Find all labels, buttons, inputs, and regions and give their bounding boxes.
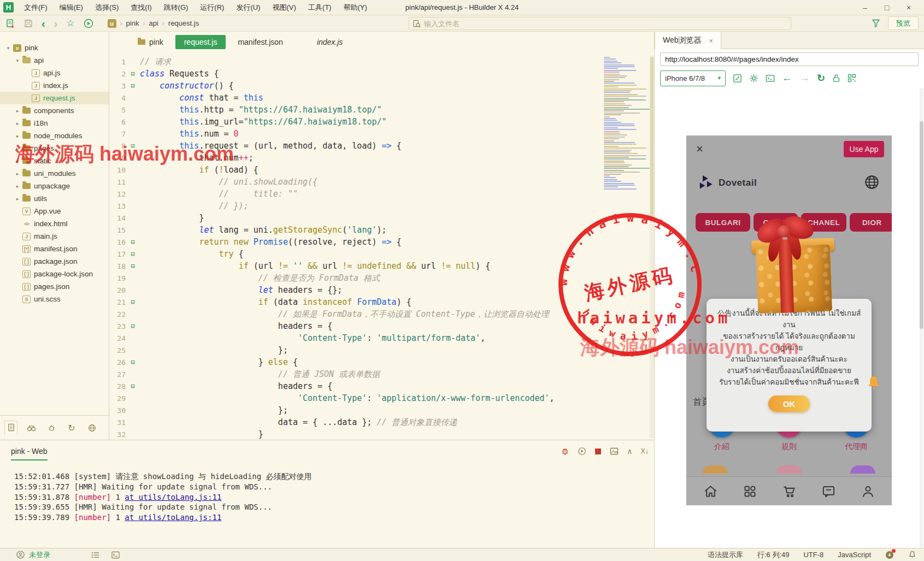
brand-button-bulgari[interactable]: BULGARI: [696, 213, 750, 232]
outline-list-icon[interactable]: [91, 551, 99, 559]
code-line[interactable]: 22 // 如果是 FormData，不手动设置 Content-Type，让浏…: [109, 308, 648, 320]
log-source-link[interactable]: at utils/toLang.js:11: [125, 493, 221, 501]
syntax-library-label[interactable]: 语法提示库: [708, 550, 743, 560]
person-icon[interactable]: [861, 484, 875, 499]
code-line[interactable]: 25 };: [109, 344, 648, 356]
code-line[interactable]: 16⊟ return new Promise((resolve, reject)…: [109, 236, 648, 248]
menu-item[interactable]: 编辑(E): [55, 1, 88, 14]
code-line[interactable]: 10 if (!load) {: [109, 164, 648, 176]
breadcrumb-file[interactable]: request.js: [168, 19, 199, 27]
star-icon[interactable]: ☆: [66, 17, 74, 29]
code-line[interactable]: 18⊟ if (url != '' && url != undefined &&…: [109, 260, 648, 272]
minimize-button[interactable]: –: [854, 3, 876, 12]
code-line[interactable]: 23⊟ headers = {: [109, 320, 648, 332]
tree-item[interactable]: ▸components: [0, 104, 109, 117]
back-icon[interactable]: ‹: [42, 19, 45, 28]
back-icon[interactable]: ←: [782, 72, 792, 84]
code-line[interactable]: 29 'Content-Type': 'application/x-www-fo…: [109, 392, 648, 404]
tree-item[interactable]: Jrequest.js: [0, 92, 109, 104]
code-line[interactable]: 32 }: [109, 428, 648, 440]
menu-item[interactable]: 查找(I): [126, 1, 156, 14]
forward-icon[interactable]: ›: [54, 19, 58, 28]
cart-icon[interactable]: [782, 484, 797, 499]
code-line[interactable]: 31 data = { ...data }; // 普通对象直接传递: [109, 416, 648, 428]
resize-window-icon[interactable]: [733, 74, 742, 83]
menu-item[interactable]: 文件(F): [19, 1, 52, 14]
fold-marker-icon[interactable]: ⊟: [126, 238, 140, 246]
screenshot-icon[interactable]: [610, 447, 619, 456]
tree-item[interactable]: [ ]pages.json: [0, 280, 109, 293]
restart-run-icon[interactable]: [578, 447, 586, 456]
refresh-icon[interactable]: ↻: [817, 72, 825, 84]
tab-index-js[interactable]: index.js: [308, 35, 351, 49]
menu-item[interactable]: 视图(V): [267, 1, 301, 14]
update-available-icon[interactable]: [885, 551, 894, 559]
code-line[interactable]: 17⊟ try {: [109, 248, 648, 260]
fold-marker-icon[interactable]: ⊟: [126, 298, 140, 306]
code-line[interactable]: 8⊟ this.request = (url, method, data, lo…: [109, 140, 648, 152]
tree-item[interactable]: VApp.vue: [0, 205, 109, 217]
menu-item[interactable]: 运行(R): [195, 1, 229, 14]
chat-icon[interactable]: [821, 484, 836, 499]
debug-bug-icon[interactable]: [561, 447, 569, 456]
tree-item[interactable]: ▸node_modules: [0, 129, 109, 142]
bell-icon[interactable]: [908, 551, 916, 559]
panel-scrollbar[interactable]: [920, 88, 923, 547]
cursor-position[interactable]: 行:6 列:49: [757, 550, 790, 560]
close-banner-icon[interactable]: ×: [696, 143, 703, 155]
refresh-icon[interactable]: ↻: [65, 421, 78, 435]
preview-button[interactable]: 预览: [888, 16, 919, 30]
tree-item[interactable]: [ ]package.json: [0, 255, 109, 268]
code-line[interactable]: 28⊟ headers = {: [109, 380, 648, 392]
filter-icon[interactable]: [872, 19, 880, 27]
language-mode[interactable]: JavaScript: [838, 551, 871, 559]
code-line[interactable]: 5 this.http = "https://647.haiwaiym18.to…: [109, 104, 648, 116]
fold-marker-icon[interactable]: ⊟: [126, 322, 140, 330]
fold-marker-icon[interactable]: ⊟: [126, 382, 140, 390]
menu-item[interactable]: 跳转(G): [159, 1, 193, 14]
run-icon[interactable]: [84, 19, 93, 28]
brand-button-dior[interactable]: DIOR: [850, 213, 892, 232]
fold-marker-icon[interactable]: ⊟: [126, 262, 140, 270]
breadcrumb-project[interactable]: pink: [126, 19, 139, 27]
tree-item[interactable]: <>index.html: [0, 217, 109, 230]
close-tab-icon[interactable]: ×: [709, 37, 714, 45]
code-line[interactable]: 2⊟class Requests {: [109, 68, 648, 80]
tab-request-js[interactable]: request.js: [175, 35, 226, 49]
fold-marker-icon[interactable]: ⊟: [126, 70, 140, 78]
maximize-button[interactable]: □: [876, 3, 898, 12]
console-tab-pink-web[interactable]: pink - Web: [11, 447, 48, 460]
globe-explorer-icon[interactable]: [85, 421, 98, 435]
login-status[interactable]: 未登录: [29, 550, 50, 560]
tree-item[interactable]: ▸i18n: [0, 117, 109, 129]
tab-manifest-json[interactable]: manifest.json: [229, 35, 291, 49]
code-line[interactable]: 6 this.img_url="https://647.haiwaiym18.t…: [109, 116, 648, 128]
tree-item[interactable]: ▸pages: [0, 142, 109, 155]
code-line[interactable]: 9 that.num++;: [109, 152, 648, 164]
code-line[interactable]: 26⊟ } else {: [109, 356, 648, 368]
use-app-button[interactable]: Use App: [844, 141, 884, 157]
tree-item[interactable]: ▾api: [0, 54, 109, 67]
editor-minimap[interactable]: [604, 57, 651, 190]
code-line[interactable]: 20 let headers = {};: [109, 284, 648, 296]
lock-icon[interactable]: [832, 74, 840, 82]
fold-marker-icon[interactable]: ⊟: [126, 250, 140, 258]
menu-item[interactable]: 工具(T): [303, 1, 337, 14]
breadcrumb-folder[interactable]: api: [149, 19, 158, 27]
stop-icon[interactable]: [595, 448, 602, 455]
code-line[interactable]: 30 };: [109, 404, 648, 416]
tree-item[interactable]: ▸utils: [0, 192, 109, 205]
code-line[interactable]: 15 let lang = uni.getStorageSync('lang')…: [109, 224, 648, 236]
search-binoculars-icon[interactable]: [25, 421, 38, 435]
fold-marker-icon[interactable]: ⊟: [126, 82, 140, 90]
code-line[interactable]: 4 const that = this: [109, 92, 648, 104]
device-selector[interactable]: iPhone 6/7/8 ▼: [660, 70, 726, 86]
tree-item[interactable]: Japi.js: [0, 67, 109, 79]
tree-item[interactable]: Suni.scss: [0, 293, 109, 305]
files-view-icon[interactable]: [4, 421, 17, 435]
clear-console-icon[interactable]: X↓: [640, 447, 649, 455]
save-icon[interactable]: [24, 19, 33, 28]
log-source-link[interactable]: at utils/toLang.js:11: [125, 513, 221, 522]
code-line[interactable]: 11 // uni.showLoading({: [109, 176, 648, 188]
forward-icon[interactable]: →: [799, 72, 810, 84]
